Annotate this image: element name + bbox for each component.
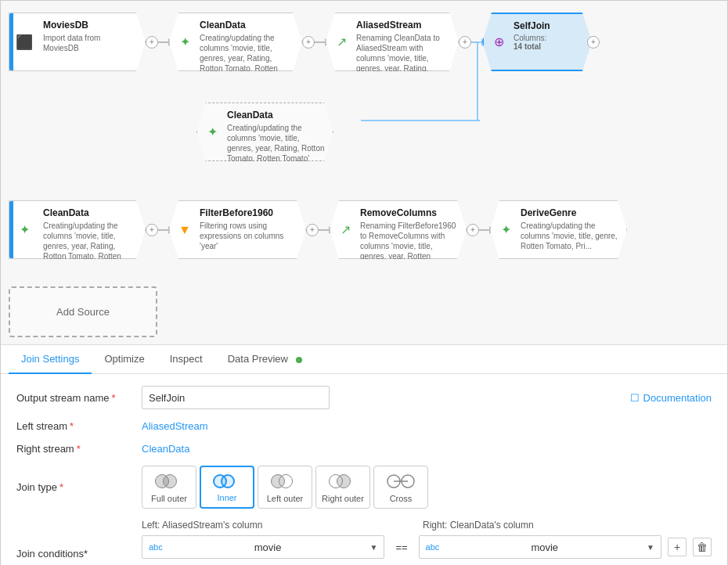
equal-sign-container: == xyxy=(391,542,412,553)
add-r3-3[interactable]: + xyxy=(467,224,479,236)
join-columns-header: Left: AliasedStream's column Right: Clea… xyxy=(142,520,712,531)
node-content: MoviesDB Import data from MoviesDB xyxy=(35,13,145,70)
branch-line xyxy=(477,41,478,120)
add-after-selfjoin[interactable]: + xyxy=(587,36,600,49)
left-dropdown[interactable]: abc movie ▼ xyxy=(142,535,384,559)
join-btn-cross[interactable]: Cross xyxy=(373,466,428,509)
venn-inner xyxy=(213,472,241,490)
join-btn-full-outer-label: Full outer xyxy=(151,494,187,503)
tab-inspect[interactable]: Inspect xyxy=(157,345,215,374)
tab-data-preview[interactable]: Data Preview xyxy=(215,345,315,374)
left-dropdown-value: movie xyxy=(254,542,282,553)
node-cleandata3[interactable]: ✦ CleanData Creating/updating the column… xyxy=(9,200,146,259)
alias-icon: ↗ xyxy=(337,34,347,49)
node-cleandata1[interactable]: ✦ CleanData Creating/updating the column… xyxy=(169,13,302,71)
add-source-box[interactable]: Add Source xyxy=(9,286,157,337)
node-aliasedstream[interactable]: ↗ AliasedStream Renaming CleanData to Al… xyxy=(326,13,459,71)
data-preview-dot xyxy=(296,357,302,363)
node-desc: Import data from MoviesDB xyxy=(43,33,137,53)
import-icon: ⬛ xyxy=(16,34,33,51)
left-stream-row: Left stream* AliasedStream xyxy=(16,420,712,432)
right-dropdown[interactable]: abc movie ▼ xyxy=(419,535,661,559)
node-filterbefore1960[interactable]: ▼ FilterBefore1960 Filtering rows using … xyxy=(169,200,306,259)
add-r3-2[interactable]: + xyxy=(306,224,319,236)
filter-icon: ▼ xyxy=(178,223,191,237)
rename-icon: ↗ xyxy=(341,222,351,237)
add-after-alias[interactable]: + xyxy=(459,36,471,49)
right-stream-link[interactable]: CleanData xyxy=(142,443,189,455)
node-title-clean3: CleanData xyxy=(43,207,137,218)
node-icon-rename: ↗ xyxy=(330,201,352,258)
add-after-cleandata1[interactable]: + xyxy=(302,36,315,49)
add-source-label: Add Source xyxy=(56,306,110,318)
join-btn-full-outer[interactable]: Full outer xyxy=(142,466,196,509)
venn-right-outer xyxy=(329,472,357,491)
main-container: ⬛ MoviesDB Import data from MoviesDB + ✦ xyxy=(0,0,728,565)
node-selfjoin[interactable]: ⊕ SelfJoin Columns: 14 total xyxy=(482,13,592,71)
pipeline-row1: ⬛ MoviesDB Import data from MoviesDB + ✦ xyxy=(9,13,592,71)
node-icon-import: ⬛ xyxy=(13,13,35,70)
left-stream-label: Left stream* xyxy=(16,420,142,432)
join-type-group: Full outer Inner xyxy=(142,466,712,509)
node-content-remove: RemoveColumns Renaming FilterBefore1960 … xyxy=(352,201,466,258)
pipeline-row2: ✦ CleanData Creating/updating the column… xyxy=(196,103,333,161)
node-title-join: SelfJoin xyxy=(514,20,582,31)
doc-icon: ☐ xyxy=(630,392,640,404)
join-btn-right-outer-label: Right outer xyxy=(322,494,364,503)
action-spacer xyxy=(668,520,712,531)
bottom-panel: Join Settings Optimize Inspect Data Prev… xyxy=(1,345,727,565)
output-stream-input[interactable] xyxy=(142,386,330,409)
node-content-filter: FilterBefore1960 Filtering rows using ex… xyxy=(192,201,305,258)
pipeline-row3: ✦ CleanData Creating/updating the column… xyxy=(9,200,627,259)
node-icon-join: ⊕ xyxy=(484,14,506,70)
tab-optimize[interactable]: Optimize xyxy=(92,345,157,374)
join-btn-inner[interactable]: Inner xyxy=(200,466,254,509)
node-icon-clean2: ✦ xyxy=(197,103,219,160)
tab-join-settings[interactable]: Join Settings xyxy=(9,345,92,374)
node-content-clean2: CleanData Creating/updating the columns … xyxy=(219,103,333,160)
node-content-alias: AliasedStream Renaming CleanData to Alia… xyxy=(348,13,458,70)
node-cleandata2[interactable]: ✦ CleanData Creating/updating the column… xyxy=(196,103,333,161)
documentation-link[interactable]: ☐ Documentation xyxy=(630,392,712,404)
node-desc-clean2: Creating/updating the columns 'movie, ti… xyxy=(227,123,325,164)
right-stream-label: Right stream* xyxy=(16,443,142,455)
join-btn-left-outer[interactable]: Left outer xyxy=(258,466,312,509)
node-title-clean1: CleanData xyxy=(200,20,294,31)
left-stream-link[interactable]: AliasedStream xyxy=(142,420,208,432)
left-stream-value: AliasedStream xyxy=(142,420,712,432)
output-stream-label: Output stream name* xyxy=(16,392,142,404)
join-btn-right-outer[interactable]: Right outer xyxy=(315,466,370,509)
join-btn-cross-label: Cross xyxy=(390,494,413,503)
tabs: Join Settings Optimize Inspect Data Prev… xyxy=(1,345,727,374)
join-condition-row-0: abc movie ▼ == abc movie ▼ + xyxy=(142,535,712,559)
node-desc-filter: Filtering rows using expressions on colu… xyxy=(200,221,297,251)
venn-left-outer xyxy=(271,472,299,491)
node-derivegenre[interactable]: ✦ DeriveGenre Creating/updating the colu… xyxy=(490,200,627,259)
add-r3-1[interactable]: + xyxy=(146,224,158,236)
node-desc-remove: Renaming FilterBefore1960 to RemoveColum… xyxy=(360,221,458,272)
right-dropdown-value: movie xyxy=(531,542,558,553)
right-stream-row: Right stream* CleanData xyxy=(16,443,712,455)
panel-content: Output stream name* ☐ Documentation Left… xyxy=(1,374,727,565)
node-desc-alias: Renaming CleanData to AliasedStream with… xyxy=(356,33,450,84)
clean-icon-2: ✦ xyxy=(207,124,218,139)
join-type-label: Join type* xyxy=(16,481,142,493)
node-icon-filter: ▼ xyxy=(170,201,192,258)
cross-icon-svg xyxy=(387,472,415,491)
add-after-moviesdb[interactable]: + xyxy=(146,36,158,49)
node-title: MoviesDB xyxy=(43,20,137,31)
delete-condition-btn[interactable]: 🗑 xyxy=(693,538,712,556)
node-desc-clean1: Creating/updating the columns 'movie, ti… xyxy=(200,33,294,84)
node-removecolumns[interactable]: ↗ RemoveColumns Renaming FilterBefore196… xyxy=(330,200,467,259)
venn-ro-right xyxy=(337,474,351,488)
node-title-filter: FilterBefore1960 xyxy=(200,207,297,218)
add-condition-btn[interactable]: + xyxy=(668,538,687,556)
node-desc-clean3: Creating/updating the columns 'movie, ti… xyxy=(43,221,137,272)
node-moviesdb[interactable]: ⬛ MoviesDB Import data from MoviesDB xyxy=(9,13,146,71)
node-desc-derive: Creating/updating the columns 'movie, ti… xyxy=(521,221,618,251)
output-stream-value xyxy=(142,386,614,409)
node-title-alias: AliasedStream xyxy=(356,20,450,31)
left-dropdown-arrow: ▼ xyxy=(370,543,378,552)
equal-sign: == xyxy=(395,542,407,553)
node-title-remove: RemoveColumns xyxy=(360,207,458,218)
